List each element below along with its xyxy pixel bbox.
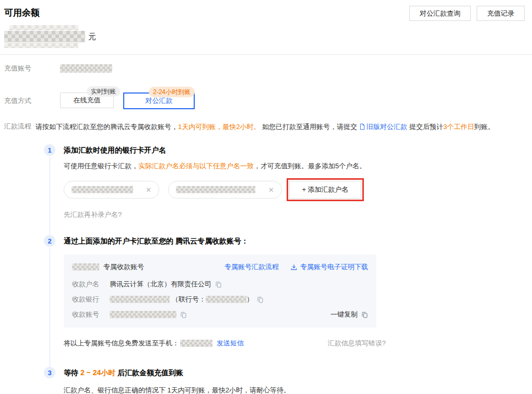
- exclusive-account-panel: 专属收款账号 专属账号汇款流程 专属账号电子证明下载 收款户名 腾讯云计算（北京…: [64, 254, 376, 328]
- remit-first-hint-link[interactable]: 先汇款再补录户名?: [64, 210, 532, 219]
- tab-online-label: 在线充值: [74, 96, 101, 105]
- payer-name-chip-2: ✕: [168, 181, 282, 199]
- tab-transfer-label: 对公汇款: [146, 96, 173, 106]
- step3-title3: 后汇款金额充值到账: [115, 368, 183, 377]
- header-divider: [0, 54, 532, 55]
- step-2-body: 通过上面添加的开户卡汇款至您的 腾讯云专属收款账号： 专属收款账号 专属账号汇款…: [64, 235, 532, 367]
- step-3-body: 等待 2 ~ 24小时 后汇款金额充值到账 汇款户名、银行信息正确的情况下 1天…: [64, 367, 532, 394]
- bank-branch-suffix: ）: [246, 295, 253, 304]
- recharge-account-label: 充值账号: [4, 64, 60, 73]
- copy-all-button[interactable]: 一键复制: [330, 310, 368, 319]
- badge-realtime: 实时到账: [87, 86, 120, 97]
- process-seg6: 到账。: [474, 123, 494, 131]
- panel-header: 专属收款账号 专属账号汇款流程 专属账号电子证明下载: [72, 262, 368, 272]
- bank-branch-prefix: （联行号：: [172, 295, 206, 304]
- step1-desc1: 可使用任意银行卡汇款，: [64, 162, 138, 170]
- page-header: 可用余额 对公汇款查询 充值记录: [0, 0, 532, 21]
- step-3-title: 等待 2 ~ 24小时 后汇款金额充值到账: [64, 367, 532, 378]
- copy-icon: [361, 311, 368, 318]
- payer-name-chips: ✕ ✕ + 添加汇款户名: [64, 178, 532, 201]
- sms-prefix: 将以上专属账号信息免费发送至手机：: [64, 339, 179, 348]
- header-actions: 对公汇款查询 充值记录: [409, 6, 525, 21]
- transfer-query-button[interactable]: 对公汇款查询: [409, 6, 471, 21]
- panel-rows: 收款户名 腾讯云计算（北京）有限责任公司 收款银行 （联行号： ）: [72, 280, 368, 319]
- redacted-account-number: [110, 311, 176, 318]
- certificate-download-link[interactable]: 专属账号电子证明下载: [290, 262, 368, 272]
- transfer-steps: 1 添加汇款时使用的银行卡开户名 可使用任意银行卡汇款，实际汇款户名必须与以下任…: [0, 144, 532, 394]
- annotation-highlight-box: + 添加汇款户名: [287, 178, 364, 201]
- add-payer-name-button[interactable]: + 添加汇款户名: [289, 181, 361, 199]
- remit-flow-link[interactable]: 专属账号汇款流程: [224, 262, 279, 272]
- process-seg4: 提交后预计: [409, 123, 443, 131]
- redacted-phone-number: [180, 340, 212, 347]
- recharge-records-button[interactable]: 充值记录: [477, 6, 525, 21]
- payee-account-label: 收款账号: [72, 310, 101, 319]
- balance-redacted: [4, 25, 85, 48]
- recharge-method-label: 充值方式: [4, 96, 60, 106]
- recharge-method-row: 充值方式 在线充值 实时到账 对公汇款 2-24小时到账: [4, 92, 532, 109]
- download-icon: [290, 263, 298, 271]
- redacted-payer-name-1: [72, 186, 133, 193]
- step-connector: [50, 248, 50, 367]
- step-2-rail: 2: [44, 235, 55, 367]
- redacted-branch-code: [206, 296, 246, 303]
- redacted-bank-name: [110, 296, 170, 303]
- redacted-balance-bottom: [4, 43, 78, 48]
- tab-bank-transfer[interactable]: 对公汇款 2-24小时到账: [123, 92, 195, 109]
- step-1-number: 1: [44, 144, 55, 156]
- copy-icon[interactable]: [180, 311, 187, 318]
- step-3-number: 3: [44, 367, 55, 378]
- redacted-balance-top: [9, 25, 78, 30]
- process-highlight-arrival: 1天内可到账，最快2小时。: [178, 123, 260, 131]
- step1-desc3: ，才可充值到账。最多添加5个户名。: [254, 162, 366, 170]
- redacted-account-prefix: [72, 263, 99, 271]
- transfer-process-row: 汇款流程 请按如下流程汇款至您的腾讯云专属收款账号，1天内可到账，最快2小时。 …: [4, 122, 532, 132]
- redacted-recharge-account: [60, 64, 112, 73]
- recharge-method-tabs: 在线充值 实时到账 对公汇款 2-24小时到账: [60, 92, 195, 109]
- step-1-title: 添加汇款时使用的银行卡开户名: [64, 144, 532, 156]
- step3-title-highlight: 2 ~ 24小时: [80, 368, 115, 377]
- step-2: 2 通过上面添加的开户卡汇款至您的 腾讯云专属收款账号： 专属收款账号 专属账号…: [44, 235, 532, 367]
- process-seg1: 请按如下流程汇款至您的腾讯云专属收款账号，: [36, 123, 178, 131]
- step-1: 1 添加汇款时使用的银行卡开户名 可使用任意银行卡汇款，实际汇款户名必须与以下任…: [44, 144, 532, 235]
- page-title: 可用余额: [4, 6, 40, 20]
- send-sms-link[interactable]: 发送短信: [217, 339, 244, 348]
- step-1-body: 添加汇款时使用的银行卡开户名 可使用任意银行卡汇款，实际汇款户名必须与以下任意户…: [64, 144, 532, 235]
- sms-row: 将以上专属账号信息免费发送至手机： 发送短信 汇款信息填写错误?: [64, 339, 386, 348]
- step1-desc-highlight: 实际汇款户名必须与以下任意户名一致: [138, 162, 254, 170]
- step-connector: [50, 157, 50, 235]
- badge-2-24h: 2-24小时到账: [149, 87, 195, 97]
- panel-header-links: 专属账号汇款流程 专属账号电子证明下载: [224, 262, 368, 272]
- balance-unit: 元: [88, 32, 96, 42]
- payee-bank-label: 收款银行: [72, 295, 101, 304]
- balance-row: 元: [4, 25, 532, 48]
- payee-name-row: 收款户名 腾讯云计算（北京）有限责任公司: [72, 280, 368, 289]
- step3-title1: 等待: [64, 368, 80, 377]
- transfer-process-intro: 请按如下流程汇款至您的腾讯云专属收款账号，1天内可到账，最快2小时。 如您已打款…: [36, 122, 494, 132]
- process-highlight-days: 3个工作日: [443, 123, 474, 131]
- exclusive-account-title: 专属收款账号: [103, 262, 144, 272]
- recharge-account-row: 充值账号: [4, 64, 532, 73]
- close-icon[interactable]: ✕: [146, 186, 151, 194]
- payee-name-label: 收款户名: [72, 280, 101, 289]
- redacted-payer-name-2: [176, 186, 255, 193]
- tab-online-recharge[interactable]: 在线充值 实时到账: [60, 92, 114, 108]
- payee-account-row: 收款账号 一键复制: [72, 310, 368, 319]
- step-2-number: 2: [44, 235, 55, 247]
- recharge-form: 充值账号 充值方式 在线充值 实时到账 对公汇款 2-24小时到账 汇款流程 请…: [0, 64, 532, 132]
- redacted-balance-main: [4, 31, 85, 42]
- step-3-line1: 汇款户名、银行信息正确的情况下 1天内可到账，最快2小时，请耐心等待。: [64, 385, 532, 394]
- remit-info-error-link[interactable]: 汇款信息填写错误?: [328, 339, 386, 348]
- copy-icon[interactable]: [215, 281, 222, 288]
- transfer-process-label: 汇款流程: [4, 122, 31, 131]
- step-3: 3 等待 2 ~ 24小时 后汇款金额充值到账 汇款户名、银行信息正确的情况下 …: [44, 367, 532, 394]
- available-balance-page: 可用余额 对公汇款查询 充值记录 元 充值账号 充值方式 在线充值 实时到账: [0, 0, 532, 394]
- step-1-description: 可使用任意银行卡汇款，实际汇款户名必须与以下任意户名一致，才可充值到账。最多添加…: [64, 161, 532, 171]
- payee-name-value: 腾讯云计算（北京）有限责任公司: [110, 280, 211, 289]
- copy-icon[interactable]: [257, 296, 264, 303]
- payer-name-chip-1: ✕: [64, 181, 159, 199]
- close-icon[interactable]: ✕: [268, 186, 274, 194]
- old-version-transfer-link[interactable]: 旧版对公汇款: [367, 123, 407, 131]
- step-3-rail: 3: [44, 367, 55, 394]
- process-seg3: 如您已打款至通用账号，请提交: [260, 123, 357, 131]
